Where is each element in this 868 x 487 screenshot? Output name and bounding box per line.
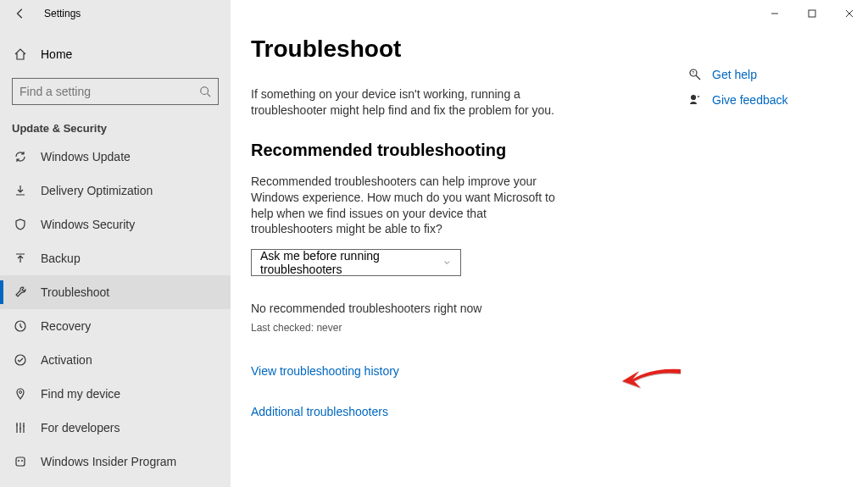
window-title: Settings	[44, 8, 81, 19]
nav-windows-security[interactable]: Windows Security	[0, 208, 231, 241]
maximize-button[interactable]	[793, 0, 831, 27]
nav-label: Windows Update	[41, 150, 131, 163]
nav-label: Delivery Optimization	[41, 184, 153, 197]
check-circle-icon	[14, 353, 27, 367]
sliders-icon	[14, 421, 27, 434]
svg-point-5	[18, 460, 19, 462]
svg-point-9	[692, 96, 696, 100]
svg-point-3	[19, 391, 22, 394]
recommended-intro: Recommended troubleshooters can help imp…	[251, 174, 556, 238]
chevron-down-icon	[442, 257, 452, 268]
get-help-label: Get help	[712, 68, 757, 81]
nav-label: Troubleshoot	[41, 285, 109, 299]
download-icon	[14, 184, 27, 197]
nav-delivery-optimization[interactable]: Delivery Optimization	[0, 174, 231, 208]
close-icon	[845, 9, 854, 18]
back-button[interactable]	[12, 5, 29, 22]
svg-rect-10	[809, 10, 815, 17]
svg-rect-4	[16, 457, 25, 466]
home-icon	[14, 47, 27, 61]
dropdown-value: Ask me before running troubleshooters	[260, 249, 442, 276]
nav-troubleshoot[interactable]: Troubleshoot	[0, 275, 231, 309]
svg-point-6	[21, 460, 23, 462]
nav-windows-insider[interactable]: Windows Insider Program	[0, 445, 231, 479]
svg-point-2	[15, 355, 25, 365]
nav-windows-update[interactable]: Windows Update	[0, 140, 231, 174]
give-feedback-label: Give feedback	[712, 93, 788, 107]
troubleshoot-preference-dropdown[interactable]: Ask me before running troubleshooters	[251, 249, 461, 276]
clock-icon	[14, 319, 27, 333]
no-recommended-text: No recommended troubleshooters right now	[251, 302, 668, 315]
nav-for-developers[interactable]: For developers	[0, 411, 231, 445]
section-title: Update & Security	[0, 108, 231, 140]
settings-window: Settings Home Update & Security Windows …	[0, 0, 868, 487]
maximize-icon	[808, 9, 816, 18]
home-label: Home	[41, 47, 72, 61]
nav-label: Backup	[41, 252, 81, 265]
view-history-link[interactable]: View troubleshooting history	[251, 364, 668, 378]
nav-find-my-device[interactable]: Find my device	[0, 377, 231, 411]
last-checked-text: Last checked: never	[251, 322, 668, 334]
svg-text:?: ?	[692, 70, 695, 75]
page-title: Troubleshoot	[251, 36, 668, 63]
titlebar: Settings	[0, 0, 231, 27]
help-icon: ?	[688, 68, 702, 81]
content: Troubleshoot If something on your device…	[231, 0, 688, 487]
nav-label: For developers	[41, 421, 120, 434]
home-nav[interactable]: Home	[0, 37, 231, 71]
minimize-icon	[771, 9, 779, 18]
nav-activation[interactable]: Activation	[0, 343, 231, 377]
svg-point-0	[201, 87, 209, 95]
sync-icon	[14, 150, 27, 163]
intro-text: If something on your device isn't workin…	[251, 86, 556, 119]
aside-links: ? Get help Give feedback	[688, 0, 866, 487]
search-input[interactable]	[19, 85, 199, 98]
search-wrap	[0, 71, 231, 108]
nav-backup[interactable]: Backup	[0, 241, 231, 275]
recommended-heading: Recommended troubleshooting	[251, 141, 668, 160]
location-icon	[14, 387, 27, 401]
search-box[interactable]	[12, 78, 219, 105]
additional-troubleshooters-link[interactable]: Additional troubleshooters	[251, 405, 668, 418]
nav-label: Find my device	[41, 387, 120, 401]
main-area: Troubleshoot If something on your device…	[231, 0, 868, 487]
insider-icon	[14, 455, 27, 468]
shield-icon	[14, 218, 27, 231]
nav-list: Windows Update Delivery Optimization Win…	[0, 140, 231, 479]
arrow-left-icon	[14, 8, 26, 19]
nav-label: Recovery	[41, 319, 91, 333]
get-help-link[interactable]: ? Get help	[688, 68, 849, 81]
minimize-button[interactable]	[756, 0, 793, 27]
nav-label: Windows Security	[41, 218, 135, 231]
window-controls	[756, 0, 868, 27]
nav-recovery[interactable]: Recovery	[0, 309, 231, 343]
nav-label: Windows Insider Program	[41, 455, 176, 468]
sidebar: Settings Home Update & Security Windows …	[0, 0, 231, 487]
search-icon	[199, 86, 211, 97]
give-feedback-link[interactable]: Give feedback	[688, 93, 849, 107]
close-button[interactable]	[831, 0, 868, 27]
nav-label: Activation	[41, 353, 92, 367]
wrench-icon	[14, 285, 27, 299]
upload-icon	[14, 252, 27, 265]
feedback-icon	[688, 93, 702, 107]
